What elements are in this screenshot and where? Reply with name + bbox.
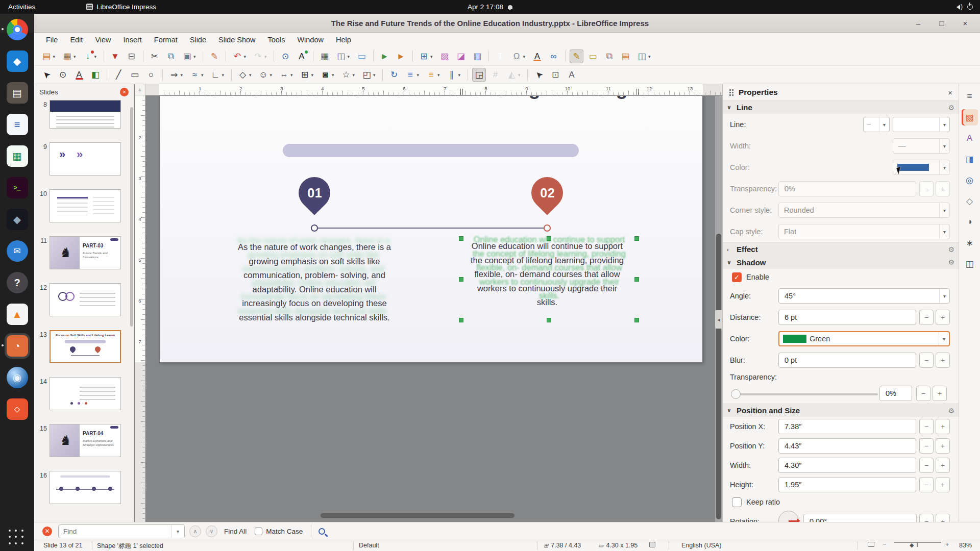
copy-icon[interactable]: ⧉	[164, 49, 178, 63]
height-input[interactable]: 1.95″	[778, 477, 916, 492]
increase-button[interactable]: +	[936, 458, 950, 473]
tab-navigator[interactable]: ◎	[962, 172, 978, 188]
block-arrows-icon[interactable]: ⇔ ▾	[277, 68, 291, 82]
shadow-color-picker[interactable]: Green ▾	[778, 331, 950, 346]
slide-row-14[interactable]: 14	[34, 377, 134, 410]
dropdown-arrow[interactable]: ▾	[193, 54, 198, 59]
selection-handle[interactable]	[459, 236, 463, 241]
minimize-button[interactable]: –	[913, 17, 924, 29]
menu-slide[interactable]: Slide	[184, 34, 212, 45]
dropdown-arrow[interactable]: ▾	[181, 72, 185, 78]
tab-gallery[interactable]: ◨	[962, 151, 978, 167]
dropdown-arrow[interactable]: ▾	[74, 54, 78, 59]
zoom-icon[interactable]: ⊙	[56, 68, 70, 82]
distribute-icon[interactable]: ∥ ▾	[445, 68, 459, 82]
slide-thumbnail[interactable]: Focus on Soft Skills and Lifelong Learni…	[50, 330, 121, 363]
image-filter-icon[interactable]: ◭ ▾	[505, 68, 519, 82]
rotation-dial[interactable]	[778, 511, 799, 522]
keep-ratio-checkbox[interactable]	[732, 497, 742, 507]
slider-handle[interactable]	[731, 389, 741, 399]
dock-vlc[interactable]: ▲	[0, 298, 34, 330]
gear-icon[interactable]: ⚙	[948, 245, 954, 254]
decrease-button[interactable]: −	[919, 419, 934, 434]
slide-text-block-right[interactable]: Online education will continue to suppor…	[461, 239, 633, 310]
slide-title-clipped[interactable]: Focus on Soft Skills and Lifelong Learni…	[160, 96, 702, 99]
slide-row-13[interactable]: 13 Focus on Soft Skills and Lifelong Lea…	[34, 330, 134, 363]
show-applications-button[interactable]	[9, 530, 25, 546]
timeline-node[interactable]	[311, 224, 318, 232]
connector-icon[interactable]: ∟ ▾	[209, 68, 223, 82]
selection-handle[interactable]	[547, 236, 551, 241]
width-input[interactable]: 4.30″	[778, 458, 916, 473]
dropdown-arrow[interactable]: ▾	[270, 72, 274, 78]
dock-chrome[interactable]	[0, 14, 34, 45]
dropdown-arrow[interactable]: ▾	[430, 54, 434, 59]
rectangle-icon[interactable]: ▭	[128, 68, 142, 82]
document-modified-icon[interactable]	[649, 542, 655, 547]
slides-panel-close-icon[interactable]: ×	[120, 88, 129, 96]
menu-view[interactable]: View	[89, 34, 116, 45]
shadow-transparency-slider[interactable]	[732, 393, 878, 395]
slide-row-9[interactable]: 9 »»	[34, 142, 134, 176]
tab-shapes[interactable]: ◇	[962, 193, 978, 209]
flowchart-icon[interactable]: ⊞ ▾	[298, 68, 312, 82]
menu-format[interactable]: Format	[149, 34, 183, 45]
display-grid-icon[interactable]: ▦	[318, 49, 332, 63]
menu-slide-show[interactable]: Slide Show	[213, 34, 261, 45]
horizontal-ruler[interactable]: 12345678910111213	[145, 84, 722, 95]
dock-vscode[interactable]: ◆	[0, 45, 34, 77]
match-case-checkbox[interactable]	[255, 528, 262, 535]
slide-thumbnail[interactable]: ♞ PART-04 Market Dynamics and Strategic …	[50, 424, 121, 457]
find-history-dropdown[interactable]: ▾	[171, 525, 184, 538]
slide-number-status[interactable]: Slide 13 of 21	[43, 542, 82, 549]
gear-icon[interactable]: ⚙	[948, 407, 954, 415]
curve-polygon-icon[interactable]: ≈ ▾	[188, 68, 202, 82]
cap-style-select[interactable]: Flat▾	[778, 224, 950, 239]
special-character-icon[interactable]: Ω ▾	[510, 49, 524, 63]
dropdown-arrow[interactable]: ▾	[523, 54, 527, 59]
line-width-select[interactable]: —▾	[893, 138, 950, 154]
dropdown-arrow[interactable]: ▾	[249, 72, 253, 78]
slide-row-16[interactable]: 16	[34, 471, 134, 504]
dropdown-arrow[interactable]: ▾	[290, 72, 295, 78]
open-folder-icon[interactable]: ▦ ▾	[60, 49, 74, 63]
timeline-pin-01[interactable]: 01	[292, 170, 337, 215]
fill-color-icon[interactable]: ◧	[89, 68, 103, 82]
display-views-icon[interactable]: ◫ ▾	[334, 49, 348, 63]
clock[interactable]: Apr 2 17:08	[0, 3, 980, 11]
line-arrow-style-select[interactable]: ┄▾	[863, 117, 890, 132]
dropdown-arrow[interactable]: ▾	[648, 54, 652, 59]
decrease-button[interactable]: −	[919, 458, 934, 473]
slide-text-block-left[interactable]: As the nature of work changes, there is …	[228, 240, 401, 324]
decrease-button[interactable]: −	[919, 477, 934, 492]
duplicate-slide-icon[interactable]: ⧉	[602, 49, 616, 63]
find-input[interactable]	[59, 525, 171, 538]
properties-close-icon[interactable]: ×	[948, 88, 952, 97]
slide-thumbnail[interactable]	[50, 471, 121, 504]
increase-button[interactable]: +	[936, 438, 950, 454]
slide-row-8[interactable]: 8	[34, 100, 134, 129]
ellipse-icon[interactable]: ○	[144, 68, 158, 82]
dock-media-app[interactable]: ◆	[0, 204, 34, 235]
dropdown-arrow[interactable]: ▾	[373, 72, 377, 78]
tab-animation[interactable]: ∗	[962, 235, 978, 251]
cut-icon[interactable]: ✂	[148, 49, 161, 63]
dropdown-arrow[interactable]: ▾	[264, 54, 268, 59]
dropdown-arrow[interactable]: ▾	[437, 72, 442, 78]
increase-button[interactable]: +	[936, 310, 950, 325]
find-next-button[interactable]: ∨	[206, 525, 217, 537]
dock-calc[interactable]: ▦	[0, 140, 34, 172]
new-document-icon[interactable]: ▤ ▾	[40, 49, 54, 63]
dock-steam[interactable]: ◉	[0, 362, 34, 393]
tab-styles[interactable]: A	[962, 130, 978, 146]
increase-button[interactable]: +	[936, 419, 950, 434]
decrease-button[interactable]: −	[916, 386, 930, 401]
undo-icon[interactable]: ↶ ▾	[231, 49, 244, 63]
shadow-distance-input[interactable]: 6 pt	[778, 310, 916, 325]
fontwork-icon[interactable]: A	[530, 49, 544, 63]
gluepoints-icon[interactable]: ⊡	[549, 68, 562, 82]
align-objects-icon[interactable]: ≡ ▾	[404, 68, 418, 82]
dropdown-arrow[interactable]: ▾	[417, 72, 421, 78]
increase-button[interactable]: +	[936, 181, 950, 196]
insert-image-icon[interactable]: ▨	[438, 49, 452, 63]
